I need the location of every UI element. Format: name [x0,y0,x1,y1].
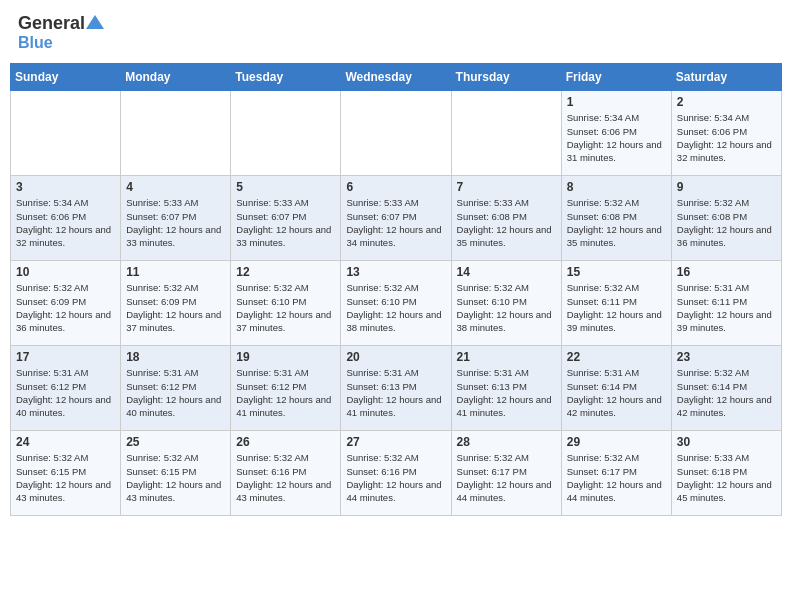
calendar-cell [121,91,231,176]
calendar-cell: 13Sunrise: 5:32 AM Sunset: 6:10 PM Dayli… [341,261,451,346]
calendar-cell: 28Sunrise: 5:32 AM Sunset: 6:17 PM Dayli… [451,431,561,516]
day-number: 19 [236,350,335,364]
cell-sun-info: Sunrise: 5:32 AM Sunset: 6:17 PM Dayligh… [457,451,556,504]
day-number: 4 [126,180,225,194]
cell-sun-info: Sunrise: 5:31 AM Sunset: 6:11 PM Dayligh… [677,281,776,334]
cell-sun-info: Sunrise: 5:32 AM Sunset: 6:10 PM Dayligh… [457,281,556,334]
day-number: 3 [16,180,115,194]
page-header: General Blue [10,10,782,55]
calendar-cell: 29Sunrise: 5:32 AM Sunset: 6:17 PM Dayli… [561,431,671,516]
cell-sun-info: Sunrise: 5:32 AM Sunset: 6:08 PM Dayligh… [677,196,776,249]
day-number: 10 [16,265,115,279]
cell-sun-info: Sunrise: 5:32 AM Sunset: 6:10 PM Dayligh… [236,281,335,334]
cell-sun-info: Sunrise: 5:32 AM Sunset: 6:11 PM Dayligh… [567,281,666,334]
day-number: 1 [567,95,666,109]
day-number: 28 [457,435,556,449]
calendar-cell [341,91,451,176]
calendar-cell: 27Sunrise: 5:32 AM Sunset: 6:16 PM Dayli… [341,431,451,516]
cell-sun-info: Sunrise: 5:33 AM Sunset: 6:18 PM Dayligh… [677,451,776,504]
cell-sun-info: Sunrise: 5:32 AM Sunset: 6:16 PM Dayligh… [236,451,335,504]
day-number: 24 [16,435,115,449]
day-number: 21 [457,350,556,364]
calendar-cell: 7Sunrise: 5:33 AM Sunset: 6:08 PM Daylig… [451,176,561,261]
cell-sun-info: Sunrise: 5:32 AM Sunset: 6:09 PM Dayligh… [16,281,115,334]
calendar-cell: 16Sunrise: 5:31 AM Sunset: 6:11 PM Dayli… [671,261,781,346]
calendar-cell: 18Sunrise: 5:31 AM Sunset: 6:12 PM Dayli… [121,346,231,431]
day-header-saturday: Saturday [671,64,781,91]
calendar-week-row: 10Sunrise: 5:32 AM Sunset: 6:09 PM Dayli… [11,261,782,346]
day-number: 20 [346,350,445,364]
calendar-cell: 26Sunrise: 5:32 AM Sunset: 6:16 PM Dayli… [231,431,341,516]
day-number: 5 [236,180,335,194]
day-header-friday: Friday [561,64,671,91]
cell-sun-info: Sunrise: 5:34 AM Sunset: 6:06 PM Dayligh… [567,111,666,164]
cell-sun-info: Sunrise: 5:32 AM Sunset: 6:15 PM Dayligh… [126,451,225,504]
cell-sun-info: Sunrise: 5:31 AM Sunset: 6:12 PM Dayligh… [16,366,115,419]
cell-sun-info: Sunrise: 5:32 AM Sunset: 6:16 PM Dayligh… [346,451,445,504]
cell-sun-info: Sunrise: 5:33 AM Sunset: 6:07 PM Dayligh… [126,196,225,249]
calendar-cell: 8Sunrise: 5:32 AM Sunset: 6:08 PM Daylig… [561,176,671,261]
cell-sun-info: Sunrise: 5:34 AM Sunset: 6:06 PM Dayligh… [16,196,115,249]
cell-sun-info: Sunrise: 5:32 AM Sunset: 6:08 PM Dayligh… [567,196,666,249]
day-number: 11 [126,265,225,279]
cell-sun-info: Sunrise: 5:31 AM Sunset: 6:14 PM Dayligh… [567,366,666,419]
calendar-cell: 17Sunrise: 5:31 AM Sunset: 6:12 PM Dayli… [11,346,121,431]
calendar-cell: 21Sunrise: 5:31 AM Sunset: 6:13 PM Dayli… [451,346,561,431]
day-header-monday: Monday [121,64,231,91]
day-number: 13 [346,265,445,279]
cell-sun-info: Sunrise: 5:33 AM Sunset: 6:07 PM Dayligh… [236,196,335,249]
cell-sun-info: Sunrise: 5:32 AM Sunset: 6:14 PM Dayligh… [677,366,776,419]
calendar-week-row: 3Sunrise: 5:34 AM Sunset: 6:06 PM Daylig… [11,176,782,261]
calendar-week-row: 24Sunrise: 5:32 AM Sunset: 6:15 PM Dayli… [11,431,782,516]
day-number: 17 [16,350,115,364]
calendar-week-row: 1Sunrise: 5:34 AM Sunset: 6:06 PM Daylig… [11,91,782,176]
svg-marker-0 [86,15,104,29]
cell-sun-info: Sunrise: 5:32 AM Sunset: 6:10 PM Dayligh… [346,281,445,334]
calendar-body: 1Sunrise: 5:34 AM Sunset: 6:06 PM Daylig… [11,91,782,516]
day-number: 22 [567,350,666,364]
day-number: 7 [457,180,556,194]
day-number: 14 [457,265,556,279]
day-number: 27 [346,435,445,449]
day-header-thursday: Thursday [451,64,561,91]
day-number: 12 [236,265,335,279]
calendar-cell: 1Sunrise: 5:34 AM Sunset: 6:06 PM Daylig… [561,91,671,176]
day-number: 8 [567,180,666,194]
cell-sun-info: Sunrise: 5:32 AM Sunset: 6:09 PM Dayligh… [126,281,225,334]
day-header-wednesday: Wednesday [341,64,451,91]
day-number: 9 [677,180,776,194]
cell-sun-info: Sunrise: 5:32 AM Sunset: 6:15 PM Dayligh… [16,451,115,504]
cell-sun-info: Sunrise: 5:34 AM Sunset: 6:06 PM Dayligh… [677,111,776,164]
calendar-table: SundayMondayTuesdayWednesdayThursdayFrid… [10,63,782,516]
calendar-cell: 11Sunrise: 5:32 AM Sunset: 6:09 PM Dayli… [121,261,231,346]
day-number: 23 [677,350,776,364]
day-number: 30 [677,435,776,449]
calendar-cell: 23Sunrise: 5:32 AM Sunset: 6:14 PM Dayli… [671,346,781,431]
day-number: 15 [567,265,666,279]
calendar-cell: 22Sunrise: 5:31 AM Sunset: 6:14 PM Dayli… [561,346,671,431]
calendar-cell: 30Sunrise: 5:33 AM Sunset: 6:18 PM Dayli… [671,431,781,516]
calendar-cell: 6Sunrise: 5:33 AM Sunset: 6:07 PM Daylig… [341,176,451,261]
day-number: 25 [126,435,225,449]
day-number: 29 [567,435,666,449]
calendar-cell: 24Sunrise: 5:32 AM Sunset: 6:15 PM Dayli… [11,431,121,516]
calendar-cell: 12Sunrise: 5:32 AM Sunset: 6:10 PM Dayli… [231,261,341,346]
cell-sun-info: Sunrise: 5:33 AM Sunset: 6:07 PM Dayligh… [346,196,445,249]
calendar-cell [11,91,121,176]
day-number: 18 [126,350,225,364]
cell-sun-info: Sunrise: 5:31 AM Sunset: 6:12 PM Dayligh… [236,366,335,419]
calendar-cell: 4Sunrise: 5:33 AM Sunset: 6:07 PM Daylig… [121,176,231,261]
calendar-cell: 9Sunrise: 5:32 AM Sunset: 6:08 PM Daylig… [671,176,781,261]
cell-sun-info: Sunrise: 5:32 AM Sunset: 6:17 PM Dayligh… [567,451,666,504]
calendar-cell: 3Sunrise: 5:34 AM Sunset: 6:06 PM Daylig… [11,176,121,261]
day-header-sunday: Sunday [11,64,121,91]
day-number: 26 [236,435,335,449]
logo: General Blue [18,14,104,51]
cell-sun-info: Sunrise: 5:33 AM Sunset: 6:08 PM Dayligh… [457,196,556,249]
day-number: 6 [346,180,445,194]
calendar-cell: 15Sunrise: 5:32 AM Sunset: 6:11 PM Dayli… [561,261,671,346]
logo-text-blue: Blue [18,34,53,52]
cell-sun-info: Sunrise: 5:31 AM Sunset: 6:12 PM Dayligh… [126,366,225,419]
calendar-header-row: SundayMondayTuesdayWednesdayThursdayFrid… [11,64,782,91]
calendar-cell: 14Sunrise: 5:32 AM Sunset: 6:10 PM Dayli… [451,261,561,346]
